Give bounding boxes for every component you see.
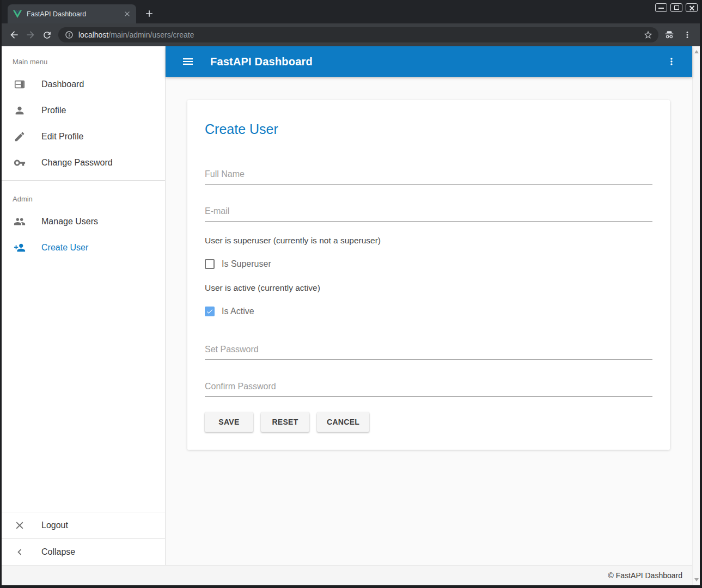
sidebar-item-label: Edit Profile — [41, 132, 83, 142]
set-password-input[interactable] — [205, 341, 652, 360]
superuser-checkbox-row: Is Superuser — [205, 259, 652, 269]
confirm-password-field-wrap — [205, 378, 652, 397]
tab-strip: FastAPI Dashboard — [2, 0, 700, 23]
page-title: Create User — [205, 122, 652, 137]
sidebar-item-create-user[interactable]: Create User — [2, 235, 165, 261]
sidebar-divider — [2, 180, 165, 181]
sidebar-bottom: Logout Collapse — [2, 512, 165, 565]
sidebar-item-label: Profile — [41, 106, 66, 115]
full-name-input[interactable] — [205, 166, 652, 185]
tab-title: FastAPI Dashboard — [27, 10, 122, 18]
sidebar-item-edit-profile[interactable]: Edit Profile — [2, 124, 165, 150]
person-icon — [13, 104, 26, 117]
site-info-icon[interactable] — [65, 30, 74, 39]
scroll-down-arrow-icon[interactable] — [694, 578, 699, 581]
close-x-icon — [13, 519, 26, 532]
is-superuser-checkbox[interactable] — [205, 259, 215, 269]
appbar-menu-icon[interactable] — [665, 55, 678, 68]
page-viewport: Main menu Dashboard Profile Edit Profile… — [2, 46, 700, 585]
create-user-card: Create User User is superuser (currently… — [187, 100, 670, 450]
active-checkbox-row: Is Active — [205, 307, 652, 316]
close-button[interactable] — [686, 3, 698, 12]
hamburger-menu-icon[interactable] — [181, 55, 194, 68]
is-active-label: Is Active — [222, 307, 254, 316]
back-icon[interactable] — [6, 27, 22, 43]
page-footer: © FastAPI Dashboard — [2, 565, 692, 585]
app-bar: FastAPI Dashboard — [166, 46, 692, 77]
footer-copyright: © FastAPI Dashboard — [608, 571, 682, 580]
sidebar-section-admin-label: Admin — [2, 185, 165, 209]
url-host: localhost — [78, 30, 108, 39]
checkmark-icon — [206, 307, 213, 316]
chevron-left-icon — [13, 546, 26, 559]
forward-icon[interactable] — [22, 27, 39, 43]
new-tab-button[interactable] — [143, 7, 156, 20]
url-text: localhost/main/admin/users/create — [78, 30, 194, 39]
is-active-checkbox[interactable] — [205, 307, 215, 316]
browser-menu-icon[interactable] — [682, 30, 692, 40]
sidebar-item-label: Logout — [41, 520, 68, 530]
bookmark-star-icon[interactable] — [643, 30, 653, 40]
form-buttons: SAVE RESET CANCEL — [205, 412, 652, 432]
scroll-up-arrow-icon[interactable] — [694, 50, 699, 53]
maximize-button[interactable] — [670, 3, 682, 12]
incognito-icon — [664, 29, 675, 40]
refresh-icon[interactable] — [39, 27, 55, 43]
window-controls — [655, 3, 698, 12]
sidebar-section-main-label: Main menu — [2, 46, 165, 71]
main-content: Create User User is superuser (currently… — [166, 77, 692, 565]
group-icon — [13, 215, 26, 228]
reset-button[interactable]: RESET — [261, 412, 309, 432]
dashboard-icon — [13, 78, 26, 91]
person-add-icon — [13, 241, 26, 254]
active-note: User is active (currently active) — [205, 283, 652, 293]
minimize-button[interactable] — [655, 3, 667, 12]
sidebar-item-label: Dashboard — [41, 79, 84, 89]
sidebar-item-label: Change Password — [41, 158, 113, 168]
browser-toolbar: localhost/main/admin/users/create — [2, 23, 700, 46]
sidebar-item-change-password[interactable]: Change Password — [2, 150, 165, 176]
vue-favicon-icon — [13, 10, 22, 19]
appbar-title: FastAPI Dashboard — [210, 56, 313, 68]
sidebar-item-logout[interactable]: Logout — [2, 512, 165, 538]
sidebar-item-dashboard[interactable]: Dashboard — [2, 71, 165, 97]
sidebar: Main menu Dashboard Profile Edit Profile… — [2, 46, 166, 565]
confirm-password-input[interactable] — [205, 378, 652, 397]
is-superuser-label: Is Superuser — [222, 259, 271, 269]
url-path: /main/admin/users/create — [108, 30, 194, 39]
sidebar-item-label: Collapse — [41, 547, 75, 557]
sidebar-item-label: Create User — [41, 243, 88, 253]
address-bar[interactable]: localhost/main/admin/users/create — [58, 27, 658, 42]
key-icon — [13, 156, 26, 169]
save-button[interactable]: SAVE — [205, 412, 253, 432]
pencil-icon — [13, 130, 26, 143]
browser-chrome: FastAPI Dashboard localhost/main — [2, 0, 700, 46]
full-name-field-wrap — [205, 166, 652, 185]
toolbar-right — [664, 29, 694, 40]
email-input[interactable] — [205, 203, 652, 222]
browser-tab[interactable]: FastAPI Dashboard — [8, 4, 136, 23]
sidebar-item-collapse[interactable]: Collapse — [2, 539, 165, 565]
cancel-button[interactable]: CANCEL — [317, 412, 369, 432]
set-password-field-wrap — [205, 341, 652, 360]
vertical-scrollbar[interactable] — [692, 46, 700, 585]
tab-close-icon[interactable] — [122, 9, 132, 19]
superuser-note: User is superuser (currently is not a su… — [205, 236, 652, 246]
email-field-wrap — [205, 203, 652, 222]
sidebar-item-profile[interactable]: Profile — [2, 97, 165, 124]
sidebar-item-manage-users[interactable]: Manage Users — [2, 209, 165, 235]
sidebar-item-label: Manage Users — [41, 217, 98, 226]
